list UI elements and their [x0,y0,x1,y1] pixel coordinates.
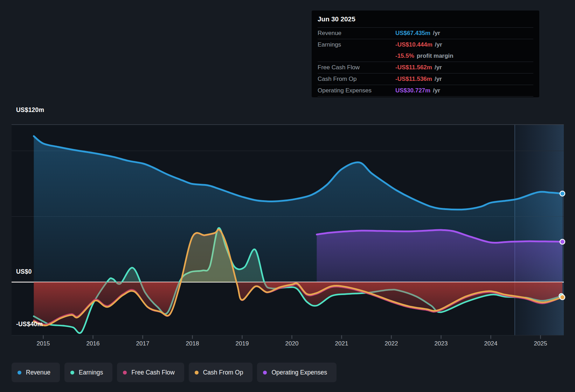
legend-label: Earnings [79,369,103,376]
x-axis-label-2019: 2019 [228,340,256,347]
y-axis-label-top: US$120m [16,106,44,114]
tooltip-row-label: Earnings [318,41,395,48]
tooltip-row-suffix: /yr [435,64,442,71]
legend-chip-earnings[interactable]: Earnings [64,363,112,382]
legend-label: Cash From Op [203,369,243,376]
tooltip-row-suffix: /yr [433,30,440,37]
legend-chip-free-cash-flow[interactable]: Free Cash Flow [117,363,184,382]
tooltip-row: RevenueUS$67.435m/yr [318,28,533,39]
legend-dot-icon [195,371,199,374]
tooltip-row-suffix: /yr [435,41,442,48]
tooltip-row-value: US$30.727m [395,87,430,94]
tooltip-row: Free Cash Flow-US$11.562m/yr [318,62,533,74]
tooltip-row-label: Free Cash Flow [318,64,395,71]
x-axis-label-2017: 2017 [129,340,157,347]
tooltip-row-suffix: profit margin [417,52,453,59]
tooltip-row-value: -US$11.562m [395,64,432,71]
x-axis-label-2025: 2025 [527,340,555,347]
tooltip-row: Cash From Op-US$11.536m/yr [318,74,533,85]
legend-label: Free Cash Flow [131,369,175,376]
tooltip-row-label: Operating Expenses [318,87,395,94]
x-axis-label-2021: 2021 [328,340,356,347]
tooltip-row: Earnings-US$10.444m/yr [318,39,533,50]
chart-tooltip: Jun 30 2025 RevenueUS$67.435m/yrEarnings… [312,10,539,97]
tooltip-date: Jun 30 2025 [318,10,533,28]
tooltip-row-value: -15.5% [395,52,414,59]
legend-chip-operating-expenses[interactable]: Operating Expenses [257,363,337,382]
legend-chip-cash-from-op[interactable]: Cash From Op [189,363,253,382]
tooltip-row-suffix: /yr [435,76,442,83]
tooltip-row-suffix: /yr [433,87,440,94]
tooltip-row-value: -US$11.536m [395,76,432,83]
tooltip-row: Operating ExpensesUS$30.727m/yr [318,85,533,97]
tooltip-row-value: -US$10.444m [395,41,432,48]
chart-legend: RevenueEarningsFree Cash FlowCash From O… [12,363,337,382]
y-axis-label-zero: US$0 [16,268,32,275]
x-axis-label-2016: 2016 [79,340,107,347]
legend-dot-icon [18,371,21,374]
tooltip-row-label: Revenue [318,30,395,37]
earnings-revenue-chart[interactable]: US$120m US$0 -US$40m 2015201620172018201… [0,0,575,392]
tooltip-row: -15.5%profit margin [318,50,533,62]
x-axis-label-2015: 2015 [29,340,57,347]
legend-dot-icon [263,371,267,374]
legend-label: Revenue [26,369,50,376]
x-axis-label-2023: 2023 [427,340,455,347]
legend-label: Operating Expenses [271,369,327,376]
x-axis-label-2024: 2024 [477,340,505,347]
tooltip-row-label: Cash From Op [318,76,395,83]
legend-dot-icon [70,371,74,374]
y-axis-label-bottom: -US$40m [16,321,43,328]
x-axis-label-2022: 2022 [377,340,406,347]
x-axis-label-2020: 2020 [278,340,306,347]
legend-chip-revenue[interactable]: Revenue [12,363,60,382]
legend-dot-icon [123,371,127,374]
tooltip-row-value: US$67.435m [395,30,430,37]
x-axis-label-2018: 2018 [179,340,207,347]
